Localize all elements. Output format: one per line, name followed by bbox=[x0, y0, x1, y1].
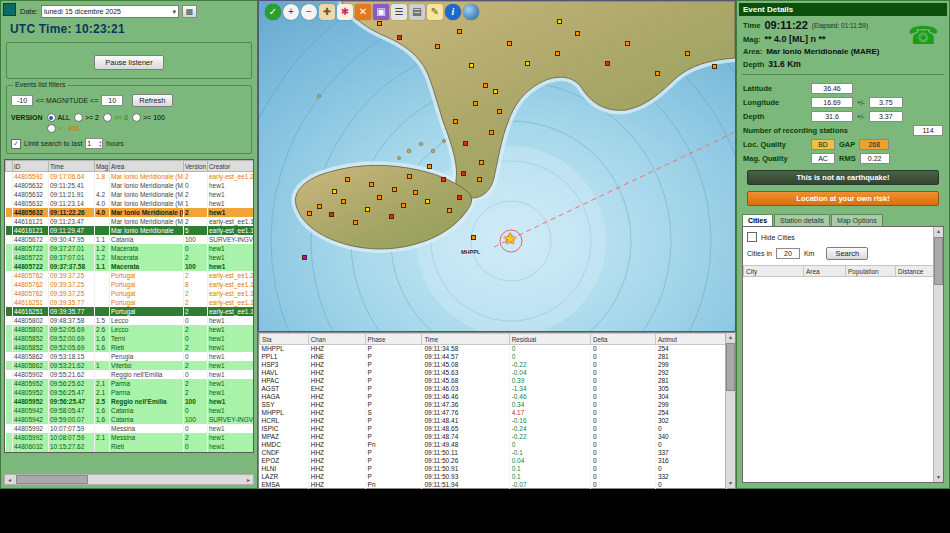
magnitude-max-input[interactable]: 10 bbox=[101, 95, 123, 106]
seismic-station-marker[interactable] bbox=[655, 71, 660, 76]
seismic-station-marker[interactable] bbox=[483, 83, 488, 88]
date-select[interactable]: lunedì 15 dicembre 2025 ▾ bbox=[41, 5, 179, 18]
seismic-station-marker[interactable] bbox=[453, 119, 458, 124]
event-row[interactable]: 4480563209:11:21.914.2Mar Ionio Meridion… bbox=[6, 190, 255, 199]
version-radio-2[interactable]: >= 2 bbox=[74, 113, 99, 122]
hide-cities-checkbox[interactable]: ✓ bbox=[747, 232, 757, 242]
event-row[interactable]: 4480590209:55:21.62Reggio nell'Emilia0he… bbox=[6, 370, 255, 379]
event-row[interactable]: 4480563209:11:22.264.0Mar Ionio Meridion… bbox=[6, 208, 255, 217]
seismic-station-marker[interactable] bbox=[463, 141, 468, 146]
magnitude-min-input[interactable]: -10 bbox=[11, 95, 33, 106]
globe-icon[interactable] bbox=[463, 4, 479, 20]
confirm-icon[interactable]: ✓ bbox=[265, 4, 281, 20]
tools-icon[interactable]: ✱ bbox=[337, 4, 353, 20]
event-row[interactable]: 4480572209:37:27.011.2Macerata0hew1 bbox=[6, 244, 255, 253]
seismic-station-marker[interactable] bbox=[575, 31, 580, 36]
layers-icon[interactable]: ☰ bbox=[391, 4, 407, 20]
phone-icon[interactable]: ☎ bbox=[908, 23, 939, 48]
event-row[interactable]: 4480580209:52:05.692.6Lecco2hew1 bbox=[6, 325, 255, 334]
seismic-station-marker[interactable] bbox=[369, 182, 374, 187]
tab-map-options[interactable]: Map Options bbox=[831, 214, 883, 226]
seismic-station-marker[interactable] bbox=[377, 21, 382, 26]
scrollbar-thumb[interactable] bbox=[934, 237, 943, 285]
info-icon[interactable]: i bbox=[445, 4, 461, 20]
not-earthquake-button[interactable]: This is not an earthquake! bbox=[747, 170, 939, 185]
map-view[interactable]: ★ MHPPL ✓+−✚✱✕▣☰▤✎i bbox=[258, 0, 736, 332]
cities-vertical-scrollbar[interactable]: ▴ ▾ bbox=[933, 227, 943, 482]
event-row[interactable]: 4480576209:39:37.25Portugal2early-est_ee… bbox=[6, 271, 255, 280]
zoom-out-icon[interactable]: − bbox=[301, 4, 317, 20]
seismic-station-marker[interactable] bbox=[435, 44, 440, 49]
pick-row[interactable]: EMSAHHZPn09:11:51.94-0.0700 bbox=[260, 481, 727, 489]
scroll-right-icon[interactable]: ▸ bbox=[244, 476, 253, 483]
event-row[interactable]: 4480580209:48:37.581.5Lecco0hew1 bbox=[6, 316, 255, 325]
event-row[interactable]: 4480572209:37:37.581.1Macerata100hew1 bbox=[6, 262, 255, 271]
event-row[interactable]: 4461625109:39:35.77Portugal2early-est_ee… bbox=[6, 307, 255, 316]
event-row[interactable]: 4480603210:17:51.624.1L'Aquila2hew1 bbox=[6, 451, 255, 453]
pick-row[interactable]: LAZRHHZP09:11:50.930.10332 bbox=[260, 473, 727, 481]
seismic-station-marker[interactable] bbox=[377, 195, 382, 200]
seismic-station-marker[interactable] bbox=[497, 109, 502, 114]
seismic-station-marker[interactable] bbox=[397, 35, 402, 40]
event-row[interactable]: 4480576209:39:37.25Portugal8early-est_ee… bbox=[6, 280, 255, 289]
pick-row[interactable]: EPOZHHZP09:11:50.260.040316 bbox=[260, 457, 727, 465]
cities-search-button[interactable]: Search bbox=[826, 247, 868, 260]
hours-spinner[interactable]: 1 ▴▾ bbox=[85, 138, 103, 149]
scroll-up-icon[interactable]: ▴ bbox=[937, 227, 940, 236]
seismic-station-marker[interactable] bbox=[307, 211, 312, 216]
events-header-row[interactable]: IDTimeMagAreaVersionCreator bbox=[6, 161, 255, 172]
version-radio-ALL[interactable]: ALL bbox=[47, 113, 70, 122]
pick-row[interactable]: AGSTEHZP09:11:46.03-1.340305 bbox=[260, 385, 727, 393]
pick-row[interactable]: HAGAHHZP09:11:46.46-0.460304 bbox=[260, 393, 727, 401]
radius-input[interactable]: 20 bbox=[776, 248, 800, 259]
radio-icon[interactable] bbox=[47, 124, 56, 133]
pick-row[interactable]: CNDFHHZP09:11:50.11-0.10337 bbox=[260, 449, 727, 457]
seismic-station-marker[interactable] bbox=[341, 199, 346, 204]
event-row[interactable]: 4480594209:58:05.471.6Catania0hew1 bbox=[6, 406, 255, 415]
event-row[interactable]: 4480559209:17:06.641.8Mar Ionio Meridion… bbox=[6, 172, 255, 182]
pick-row[interactable]: SSYHHZP09:11:47.360.340299 bbox=[260, 401, 727, 409]
event-row[interactable]: 4480586209:53:18.15Perugia0hew1 bbox=[6, 352, 255, 361]
event-row[interactable]: 4480603210:15:27.62Rieti0hew1 bbox=[6, 442, 255, 451]
scroll-down-icon[interactable]: ▾ bbox=[937, 473, 940, 482]
event-row[interactable]: 4480576209:39:37.25Portugal2early-est_ee… bbox=[6, 289, 255, 298]
seismic-station-marker[interactable] bbox=[392, 187, 397, 192]
seismic-station-marker[interactable] bbox=[469, 63, 474, 68]
edit-icon[interactable]: ✎ bbox=[427, 4, 443, 20]
cities-header-row[interactable]: CityAreaPopulationDistance bbox=[744, 266, 939, 277]
seismic-station-marker[interactable] bbox=[457, 195, 462, 200]
radio-icon[interactable] bbox=[47, 113, 56, 122]
seismic-station-marker[interactable] bbox=[507, 41, 512, 46]
event-row[interactable]: 4480599210:08:07.592.1Messina2hew1 bbox=[6, 433, 255, 442]
radio-icon[interactable] bbox=[132, 113, 141, 122]
seismic-station-marker[interactable] bbox=[625, 41, 630, 46]
seismic-station-marker[interactable] bbox=[493, 89, 498, 94]
own-risk-button[interactable]: Location at your own risk! bbox=[747, 191, 939, 206]
seismic-station-marker[interactable] bbox=[413, 190, 418, 195]
seismic-station-marker[interactable] bbox=[353, 220, 358, 225]
event-row[interactable]: 4480599210:07:07.59Messina0hew1 bbox=[6, 424, 255, 433]
seismic-station-marker[interactable] bbox=[365, 207, 370, 212]
version-radio-900[interactable]: >= 900 bbox=[47, 124, 80, 133]
pick-row[interactable]: ISPICHHZP09:11:48.65-0.2400 bbox=[260, 425, 727, 433]
event-row[interactable]: 4480595209:56:25.622.1Parma2hew1 bbox=[6, 379, 255, 388]
tab-cities[interactable]: Cities bbox=[742, 214, 773, 226]
zoom-in-icon[interactable]: + bbox=[283, 4, 299, 20]
scroll-up-icon[interactable]: ▴ bbox=[729, 333, 732, 342]
event-row[interactable]: 4480567209:30:47.951.1Catania100SURVEY-I… bbox=[6, 235, 255, 244]
event-row[interactable]: 4461612109:11:23.47Mar Ionio Meridionale… bbox=[6, 217, 255, 226]
seismic-station-marker[interactable] bbox=[302, 255, 307, 260]
pick-row[interactable]: MHPPLHHZS09:11:47.764.170254 bbox=[260, 409, 727, 417]
calendar-button[interactable]: ▦ bbox=[182, 5, 197, 18]
seismic-station-marker[interactable] bbox=[479, 160, 484, 165]
spinner-arrows-icon[interactable]: ▴▾ bbox=[99, 140, 101, 148]
image-icon[interactable]: ▣ bbox=[373, 4, 389, 20]
event-epicenter-star[interactable]: ★ bbox=[503, 231, 517, 247]
chevron-down-icon[interactable]: ▾ bbox=[172, 8, 176, 16]
seismic-station-marker[interactable] bbox=[345, 177, 350, 182]
event-row[interactable]: 4480563209:11:23.144.0Mar Ionio Meridion… bbox=[6, 199, 255, 208]
event-row[interactable]: 4480595209:56:25.472.5Reggio nell'Emilia… bbox=[6, 397, 255, 406]
version-radio-8[interactable]: >= 8 bbox=[103, 113, 128, 122]
pick-row[interactable]: HAVLHHZP09:11:45.63-0.040292 bbox=[260, 369, 727, 377]
seismic-station-marker[interactable] bbox=[447, 208, 452, 213]
